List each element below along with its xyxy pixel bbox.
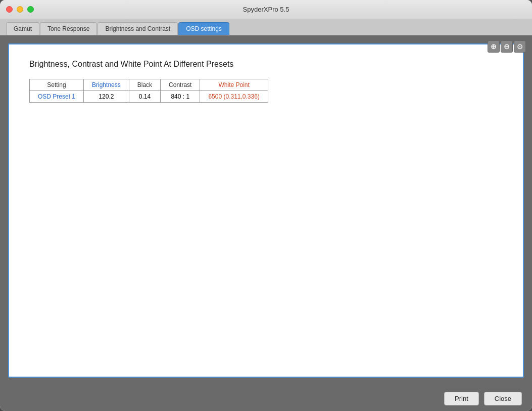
tab-gamut[interactable]: Gamut (6, 22, 39, 35)
table-row: OSD Preset 1 120.2 0.14 840 : 1 6500 (0.… (30, 91, 268, 103)
close-button[interactable]: Close (484, 392, 522, 405)
table-header-row: Setting Brightness Black Contrast White … (30, 79, 268, 91)
tab-brightness-contrast[interactable]: Brightness and Contrast (98, 22, 178, 35)
titlebar: SpyderXPro 5.5 (0, 0, 532, 19)
tab-tone-response[interactable]: Tone Response (40, 22, 97, 35)
zoom-in-icon: ⊕ (491, 42, 497, 51)
col-header-whitepoint: White Point (200, 79, 268, 91)
col-header-setting: Setting (30, 79, 84, 91)
close-window-button[interactable] (6, 6, 13, 13)
content-panel: Brightness, Contrast and White Point At … (8, 43, 524, 378)
zoom-in-button[interactable]: ⊕ (488, 40, 500, 53)
zoom-fit-icon: ⊙ (517, 42, 523, 51)
app-window: SpyderXPro 5.5 Gamut Tone Response Brigh… (0, 0, 532, 411)
cell-brightness: 120.2 (84, 91, 129, 103)
tab-osd-settings[interactable]: OSD settings (178, 22, 229, 35)
main-area: ⊕ ⊖ ⊙ Brightness, Contrast and White Poi… (0, 35, 532, 386)
col-header-black: Black (129, 79, 160, 91)
cell-setting: OSD Preset 1 (30, 91, 84, 103)
traffic-lights (6, 6, 34, 13)
col-header-contrast: Contrast (161, 79, 200, 91)
print-button[interactable]: Print (444, 392, 479, 405)
bottom-bar: Print Close (0, 386, 532, 411)
window-title: SpyderXPro 5.5 (243, 6, 289, 13)
report-title: Brightness, Contrast and White Point At … (29, 60, 503, 69)
cell-whitepoint: 6500 (0.311,0.336) (200, 91, 268, 103)
cell-contrast: 840 : 1 (161, 91, 200, 103)
zoom-fit-button[interactable]: ⊙ (514, 40, 526, 53)
zoom-out-button[interactable]: ⊖ (501, 40, 513, 53)
minimize-window-button[interactable] (17, 6, 23, 13)
maximize-window-button[interactable] (27, 6, 34, 13)
data-table: Setting Brightness Black Contrast White … (29, 79, 268, 103)
tabbar: Gamut Tone Response Brightness and Contr… (0, 19, 532, 35)
zoom-out-icon: ⊖ (504, 42, 510, 51)
col-header-brightness: Brightness (84, 79, 129, 91)
zoom-controls: ⊕ ⊖ ⊙ (488, 40, 526, 53)
cell-black: 0.14 (129, 91, 160, 103)
